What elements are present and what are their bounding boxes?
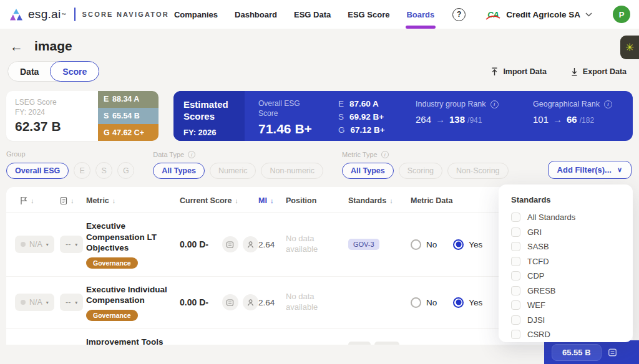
import-data-button[interactable]: Import Data [490, 67, 546, 76]
checkbox-unchecked-icon[interactable] [511, 257, 520, 266]
company-name: Credit Agricole SA [506, 10, 580, 19]
period-dropdown[interactable]: --▾ [60, 294, 83, 311]
pillar-value: 69.92 B+ [349, 112, 384, 122]
info-icon[interactable]: i [490, 100, 499, 108]
standards-option-csrd[interactable]: CSRD [511, 330, 620, 339]
filter-pill-s[interactable]: S [95, 162, 112, 179]
back-arrow-icon[interactable]: ← [10, 40, 23, 53]
help-icon[interactable]: ? [452, 8, 466, 21]
standards-option-tcfd[interactable]: TCFD [511, 257, 620, 266]
filter-pill-e[interactable]: E [74, 162, 90, 179]
data-type-filter: Data Typei All Types Numeric Non-numeric [153, 151, 323, 179]
standards-option-sasb[interactable]: SASB [511, 242, 620, 251]
filter-pill-g[interactable]: G [117, 162, 134, 179]
company-selector[interactable]: CA Credit Agricole SA [485, 8, 592, 21]
nav-item-esg-data[interactable]: ESG Data [294, 10, 331, 19]
floating-score-button[interactable]: 65.55 B [552, 344, 602, 361]
filter-pill-non-numeric[interactable]: Non-numeric [261, 163, 323, 179]
period-sort-header[interactable]: ↓ [60, 196, 86, 205]
export-data-button[interactable]: Export Data [570, 67, 627, 76]
nav-item-boards[interactable]: Boards [406, 10, 434, 19]
brand-logo[interactable]: esg.ai ™ SCORE NAVIGATOR [9, 7, 169, 21]
nav-item-companies[interactable]: Companies [174, 10, 218, 19]
metric-data-no-radio[interactable]: No [411, 297, 437, 308]
checkbox-unchecked-icon[interactable] [511, 242, 520, 251]
info-icon[interactable]: i [381, 151, 389, 158]
filter-pill-all-types[interactable]: All Types [342, 163, 394, 179]
filter-pill-non-scoring[interactable]: Non-Scoring [447, 163, 508, 179]
distribution-icon [226, 241, 234, 249]
user-avatar[interactable]: P [613, 6, 630, 23]
metric-data-yes-radio[interactable]: Yes [453, 297, 482, 308]
metric-data-no-radio[interactable]: No [411, 239, 437, 250]
pillar-letter: E [104, 95, 112, 103]
metric-name: Executive Individual Compensation [86, 284, 178, 306]
analyst-button[interactable] [243, 294, 259, 310]
filter-pill-numeric[interactable]: Numeric [210, 163, 256, 179]
feedback-widget-button[interactable]: ✳ [620, 36, 639, 59]
rank-from: 101 [533, 114, 549, 125]
radio-label: No [426, 298, 437, 307]
filter-pill-all-types[interactable]: All Types [153, 163, 205, 179]
standards-option-djsi[interactable]: DJSI [511, 315, 620, 325]
category-badge: Governance [86, 257, 138, 269]
metric-name: Improvement Tools Business Ethics [86, 337, 178, 345]
score-distribution-button[interactable] [222, 294, 238, 310]
option-label: GRI [527, 228, 542, 237]
flag-sort-header[interactable]: ↓ [6, 196, 60, 205]
position-value: No data available [286, 292, 334, 313]
filter-label-text: Data Type [153, 151, 184, 158]
checkbox-unchecked-icon[interactable] [511, 300, 520, 310]
analyst-button[interactable] [243, 236, 259, 252]
checkbox-unchecked-icon[interactable] [511, 228, 520, 237]
current-score-column-header[interactable]: Current Score↓ [180, 196, 258, 205]
standards-option-gri[interactable]: GRI [511, 228, 620, 237]
metric-column-header[interactable]: Metric↓ [86, 196, 180, 205]
sort-icon: ↓ [31, 197, 34, 204]
flag-icon [20, 196, 27, 205]
tab-data[interactable]: Data [8, 62, 51, 81]
info-icon[interactable]: i [188, 151, 195, 158]
option-label: SASB [527, 242, 549, 251]
radio-label: Yes [469, 240, 482, 249]
sort-icon: ↓ [270, 197, 274, 204]
flag-dropdown[interactable]: N/A▾ [15, 294, 54, 311]
lseg-score-label: LSEG Score [15, 97, 98, 107]
pillar-value: 88.34 A [112, 95, 139, 103]
distribution-icon[interactable] [608, 348, 617, 357]
caret-down-icon: ▾ [46, 242, 49, 247]
standards-option-wef[interactable]: WEF [511, 300, 620, 310]
tabs-row: Data Score Import Data Export Data [0, 54, 639, 82]
add-filters-button[interactable]: Add Filter(s)... ∨ [548, 161, 632, 179]
top-navigation-bar: esg.ai ™ SCORE NAVIGATOR Companies Dashb… [0, 0, 639, 29]
status-dot-icon [21, 242, 26, 247]
checkbox-unchecked-icon[interactable] [511, 213, 520, 222]
filter-pill-scoring[interactable]: Scoring [399, 163, 442, 179]
group-filter-pills: Overall ESG E S G [6, 162, 134, 179]
flag-dropdown[interactable]: N/A▾ [15, 236, 54, 253]
standards-column-header[interactable]: Standards↓ [348, 196, 411, 205]
tab-score[interactable]: Score [50, 61, 99, 82]
metric-data-yes-radio[interactable]: Yes [453, 239, 482, 250]
checkbox-unchecked-icon[interactable] [511, 315, 520, 325]
info-icon[interactable]: i [604, 100, 612, 108]
pillar-letter: S [104, 112, 112, 120]
lseg-score-card: LSEG Score FY: 2024 62.37 B [6, 91, 98, 141]
score-distribution-button[interactable] [222, 236, 238, 252]
checkbox-unchecked-icon[interactable] [511, 271, 520, 280]
nav-item-esg-score[interactable]: ESG Score [348, 10, 389, 19]
filter-pill-overall-esg[interactable]: Overall ESG [6, 163, 69, 179]
estimated-pillar-s: S69.92 B+ [338, 110, 398, 123]
checkbox-unchecked-icon[interactable] [511, 286, 520, 295]
standards-option-gresb[interactable]: GRESB [511, 286, 620, 295]
mi-column-header[interactable]: MI↓ [258, 196, 286, 205]
checkbox-unchecked-icon[interactable] [511, 330, 520, 339]
nav-item-dashboard[interactable]: Dashboard [235, 10, 277, 19]
period-dropdown[interactable]: --▾ [60, 236, 83, 253]
metric-type-filter-label: Metric Typei [342, 151, 509, 158]
standards-option-cdp[interactable]: CDP [511, 271, 620, 280]
flag-value: N/A [29, 298, 42, 307]
standards-option-all[interactable]: All Standards [511, 213, 620, 222]
pillar-letter: S [338, 112, 344, 122]
pillar-letter: G [338, 125, 345, 135]
